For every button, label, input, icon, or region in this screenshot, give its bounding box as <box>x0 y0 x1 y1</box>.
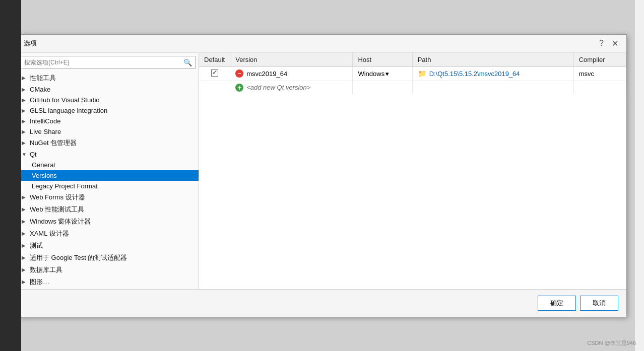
tree-item-db-tools[interactable]: 数据库工具 <box>18 264 199 276</box>
arrow-icon <box>22 243 28 248</box>
arrow-icon <box>22 267 28 272</box>
arrow-icon <box>22 152 28 157</box>
tree-item-qt-versions[interactable]: Versions <box>18 170 199 181</box>
versions-table: Default Version Host Path Compiler <box>199 53 626 94</box>
col-header-path: Path <box>412 53 573 67</box>
dialog-body: 🔍 性能工具 CMake GitHub for Visual Studio <box>18 53 626 317</box>
default-cell-empty <box>199 81 230 94</box>
table-row[interactable]: + <add new Qt version> <box>199 81 626 94</box>
tree-item-qt[interactable]: Qt <box>18 149 199 160</box>
vs-sidebar-bg <box>0 0 21 351</box>
arrow-icon <box>22 140 28 146</box>
host-dropdown[interactable]: Windows ▾ <box>358 70 407 78</box>
tree-item-google-test[interactable]: 适用于 Google Test 的测试适配器 <box>18 252 199 264</box>
add-version-label: <add new Qt version> <box>246 84 310 91</box>
dialog-footer: 确定 取消 <box>18 289 626 317</box>
folder-icon: 📁 <box>418 69 426 78</box>
tree-item-github-vs[interactable]: GitHub for Visual Studio <box>18 95 199 105</box>
compiler-empty <box>573 81 626 94</box>
version-cell: − msvc2019_64 <box>230 66 353 81</box>
tree-item-perf-tools[interactable]: 性能工具 <box>18 72 199 84</box>
search-box[interactable]: 🔍 <box>21 56 196 69</box>
dialog-content: 🔍 性能工具 CMake GitHub for Visual Studio <box>18 53 626 289</box>
col-header-host: Host <box>353 53 412 67</box>
path-cell: 📁 D:\Qt5.15\5.15.2\msvc2019_64 <box>412 66 573 81</box>
dialog-title: 选项 <box>24 39 37 48</box>
arrow-icon <box>22 87 28 92</box>
arrow-icon <box>22 129 28 134</box>
path-value: D:\Qt5.15\5.15.2\msvc2019_64 <box>429 70 520 78</box>
arrow-icon <box>22 279 28 285</box>
version-label: msvc2019_64 <box>246 70 287 78</box>
tree-item-live-share[interactable]: Live Share <box>18 126 199 137</box>
close-button[interactable]: ✕ <box>610 39 620 48</box>
ok-button[interactable]: 确定 <box>538 296 576 311</box>
arrow-icon <box>22 231 28 236</box>
compiler-value: msvc <box>579 70 594 78</box>
host-value: Windows <box>358 70 384 78</box>
tree-item-intellicode[interactable]: IntelliCode <box>18 116 199 126</box>
tree-item-web-perf[interactable]: Web 性能测试工具 <box>18 203 199 216</box>
path-empty <box>412 81 573 94</box>
host-cell[interactable]: Windows ▾ <box>353 66 412 81</box>
add-version-icon[interactable]: + <box>235 84 243 92</box>
arrow-icon <box>22 97 28 103</box>
tree-item-graphics[interactable]: 图形… <box>18 276 199 288</box>
arrow-icon <box>22 108 28 113</box>
tree-item-xaml[interactable]: XAML 设计器 <box>18 228 199 240</box>
arrow-icon <box>22 255 28 260</box>
left-panel: 🔍 性能工具 CMake GitHub for Visual Studio <box>18 53 199 289</box>
add-version-cell[interactable]: + <add new Qt version> <box>230 81 353 94</box>
search-input[interactable] <box>24 59 183 66</box>
tree-item-qt-general[interactable]: General <box>18 160 199 170</box>
options-dialog: 选项 ? ✕ 🔍 性能工具 <box>17 34 627 317</box>
col-header-compiler: Compiler <box>573 53 626 67</box>
cancel-button[interactable]: 取消 <box>580 296 618 311</box>
tree-item-qt-legacy[interactable]: Legacy Project Format <box>18 181 199 191</box>
tree-item-windows-ui[interactable]: Windows 窗体设计器 <box>18 216 199 228</box>
right-panel: Default Version Host Path Compiler <box>199 53 626 289</box>
title-bar-controls: ? ✕ <box>597 39 620 48</box>
tree-item-nuget[interactable]: NuGet 包管理器 <box>18 137 199 149</box>
dropdown-arrow-icon: ▾ <box>385 70 389 78</box>
watermark: CSDN @李三思946 <box>587 339 636 347</box>
table-row[interactable]: − msvc2019_64 Windows ▾ <box>199 66 626 81</box>
default-cell[interactable] <box>199 66 230 81</box>
help-button[interactable]: ? <box>597 39 606 48</box>
search-icon: 🔍 <box>183 58 192 66</box>
col-header-version: Version <box>230 53 353 67</box>
arrow-icon <box>22 219 28 224</box>
arrow-icon <box>22 118 28 124</box>
title-bar: 选项 ? ✕ <box>18 35 626 53</box>
tree-item-cmake[interactable]: CMake <box>18 84 199 95</box>
arrow-icon <box>22 75 28 81</box>
tree-container[interactable]: 性能工具 CMake GitHub for Visual Studio GLSL… <box>18 71 199 289</box>
checked-checkbox[interactable] <box>211 69 218 77</box>
tree-item-webforms[interactable]: Web Forms 设计器 <box>18 191 199 203</box>
remove-version-icon[interactable]: − <box>235 69 243 78</box>
vs-right-bg <box>635 0 644 351</box>
arrow-icon <box>22 206 28 212</box>
col-header-default: Default <box>199 53 230 67</box>
tree-item-test[interactable]: 测试 <box>18 240 199 252</box>
compiler-cell: msvc <box>573 66 626 81</box>
tree-item-glsl[interactable]: GLSL language integration <box>18 105 199 116</box>
host-empty <box>353 81 412 94</box>
arrow-icon <box>22 194 28 200</box>
